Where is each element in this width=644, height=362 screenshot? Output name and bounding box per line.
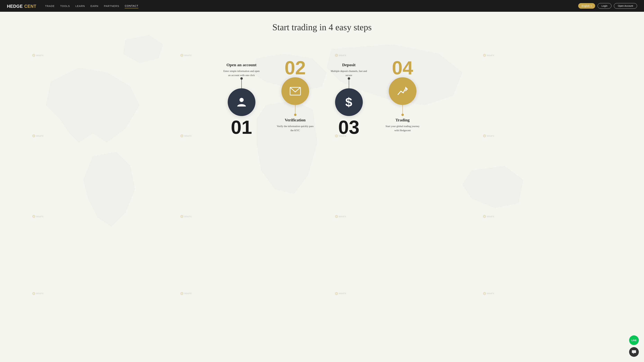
step-2: 02 Verification Verify the — [268, 46, 322, 149]
step-3-icon-wrapper: $ — [335, 77, 363, 116]
step-2-line-bottom — [295, 105, 296, 114]
chevron-down-icon: ▾ — [591, 5, 592, 7]
language-button[interactable]: English ▾ — [578, 3, 595, 9]
step-4-dot-bottom — [402, 114, 404, 116]
step-3-desc: Multiple deposit channels, fast and secu… — [330, 69, 368, 77]
step-3-number: 03 — [338, 118, 359, 137]
logo[interactable]: HEDGE CENT — [7, 2, 38, 10]
section-title: Start trading in 4 easy steps — [215, 22, 430, 32]
step-4-title: Trading — [395, 118, 410, 122]
nav-contact[interactable]: CONTACT — [125, 4, 138, 8]
step-3-circle: $ — [335, 88, 363, 116]
nav-tools[interactable]: TOOLS — [60, 4, 70, 8]
step-4-desc: Start your global trading journey with H… — [384, 124, 422, 132]
step-4-circle — [389, 77, 416, 105]
step-2-bottom: Verification Verify the information quic… — [276, 118, 314, 149]
navbar: HEDGE CENT TRADE TOOLS LEARN EARN PARTNE… — [0, 0, 644, 12]
step-2-icon-wrapper — [282, 77, 309, 116]
step-2-desc: Verify the information quickly pass the … — [276, 124, 314, 132]
main-section: wWikiFX wWikiFX wWikiFX wWikiFX wWikiFX … — [0, 12, 644, 362]
logo-hedge: HEDGE CENT — [7, 3, 38, 8]
svg-text:HEDGE: HEDGE — [7, 4, 23, 8]
step-3-title: Deposit — [342, 63, 356, 67]
step-1-icon-wrapper — [228, 77, 256, 116]
step-1-bottom: 01 — [231, 118, 252, 149]
step-2-circle — [282, 77, 309, 105]
step-1: Open an account Enter simple information… — [215, 46, 268, 149]
step-2-dot-bottom — [294, 114, 296, 116]
step-3-bottom: 03 — [338, 118, 359, 149]
step-4-bottom: Trading Start your global trading journe… — [384, 118, 422, 149]
login-button[interactable]: Login — [598, 3, 612, 9]
live-chat-button[interactable] — [629, 347, 639, 357]
step-2-title: Verification — [285, 118, 306, 122]
open-account-button[interactable]: Open Account — [614, 3, 637, 9]
nav-earn[interactable]: EARN — [90, 4, 98, 8]
step-1-number: 01 — [231, 118, 252, 137]
nav-right: English ▾ Login Open Account — [578, 3, 637, 9]
person-icon — [236, 96, 248, 108]
line-chat-button[interactable]: LINE — [629, 335, 639, 345]
envelope-icon — [289, 86, 301, 96]
step-3: Deposit Multiple deposit channels, fast … — [322, 46, 376, 149]
step-4: 04 Trading — [376, 46, 430, 149]
chat-widgets: LINE — [629, 335, 639, 357]
chart-icon — [396, 86, 409, 96]
page-content: Start trading in 4 easy steps Open an ac… — [201, 12, 443, 163]
step-4-line-bottom — [402, 105, 403, 114]
chat-bubble-icon — [632, 350, 636, 355]
step-4-icon-wrapper — [389, 77, 416, 116]
steps-grid: Open an account Enter simple information… — [215, 46, 430, 149]
svg-point-2 — [240, 98, 244, 102]
step-3-dot-top — [348, 77, 350, 80]
step-4-number: 04 — [392, 58, 413, 77]
step-1-line-top — [242, 80, 242, 88]
step-2-number: 02 — [284, 58, 306, 77]
svg-text:CENT: CENT — [24, 4, 36, 8]
step-2-top: 02 — [284, 46, 306, 77]
language-label: English — [582, 4, 590, 7]
step-1-top: Open an account Enter simple information… — [222, 46, 260, 77]
nav-learn[interactable]: LEARN — [75, 4, 85, 8]
step-1-circle — [228, 88, 256, 116]
step-3-line-top — [349, 80, 349, 88]
nav-partners[interactable]: PARTNERS — [104, 4, 119, 8]
svg-text:$: $ — [345, 96, 352, 109]
nav-links: TRADE TOOLS LEARN EARN PARTNERS CONTACT — [45, 4, 578, 8]
step-1-desc: Enter simple information and open an acc… — [222, 69, 260, 77]
nav-trade[interactable]: TRADE — [45, 4, 55, 8]
step-3-top: Deposit Multiple deposit channels, fast … — [330, 46, 368, 77]
step-1-title: Open an account — [226, 63, 256, 67]
dollar-icon: $ — [343, 96, 354, 109]
step-4-top: 04 — [392, 46, 413, 77]
step-1-dot-top — [240, 77, 243, 80]
